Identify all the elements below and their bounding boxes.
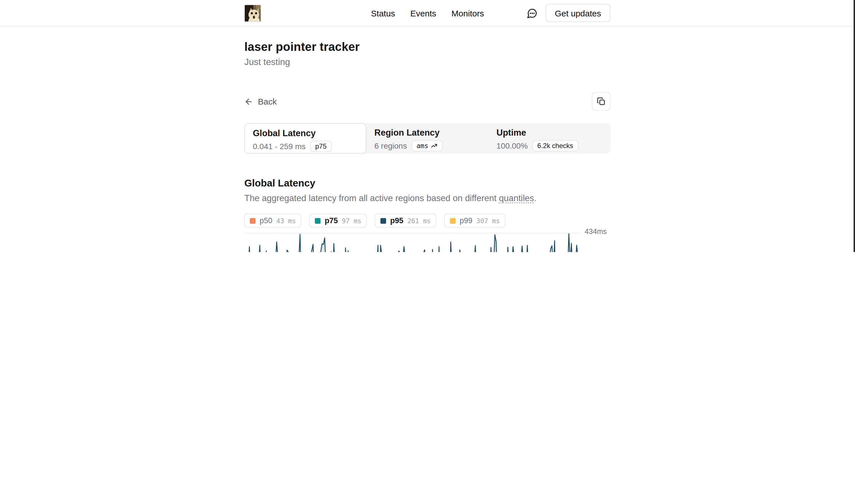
legend-value: 97 ms [342,217,361,224]
arrow-left-icon [245,97,253,106]
chart-legend: p50 43 ms p75 97 ms p95 261 ms p99 307 m… [245,214,611,228]
nav-monitors-link[interactable]: Monitors [451,8,484,18]
back-link[interactable]: Back [245,96,277,106]
section-title: Global Latency [245,177,611,189]
copy-icon [597,97,606,106]
metric-tabs: Global Latency 0.041 - 259 ms p75 Region… [245,123,611,154]
cat-logo-image [245,5,262,22]
legend-chip-p50[interactable]: p50 43 ms [245,214,302,228]
tab-value: 0.041 - 259 ms [253,142,306,151]
p50-swatch [250,218,256,223]
tab-title: Global Latency [253,128,366,139]
trending-up-icon [430,142,437,149]
legend-label: p75 [325,216,338,225]
legend-value: 261 ms [407,217,431,224]
p99-swatch [450,218,456,223]
page-title: laser pointer tracker [245,40,611,54]
feedback-chat-button[interactable] [527,7,537,18]
latency-chart[interactable]: 434ms 150ms 0ms Nov 16 at 2:30 AM GMT+1 … [245,231,611,252]
tab-title: Uptime [497,128,611,138]
tab-global-latency[interactable]: Global Latency 0.041 - 259 ms p75 [245,123,367,154]
nav-status-link[interactable]: Status [371,8,395,18]
description-text: The aggregated latency from all active r… [245,193,499,203]
legend-value: 307 ms [476,217,500,224]
legend-label: p99 [460,216,472,225]
chart-canvas[interactable] [245,231,581,252]
p75-swatch [315,218,321,223]
site-logo[interactable] [245,4,262,22]
tab-title: Region Latency [374,128,489,138]
checks-badge: 6.2k checks [532,140,578,151]
tab-uptime[interactable]: Uptime 100.00% 6.2k checks [489,123,611,154]
window-right-edge [854,0,855,252]
legend-chip-p99[interactable]: p99 307 ms [444,214,505,228]
nav-events-link[interactable]: Events [410,8,437,18]
legend-chip-p75[interactable]: p75 97 ms [309,214,367,228]
copy-link-button[interactable] [592,92,611,111]
page-subtitle: Just testing [245,57,611,67]
back-label: Back [258,96,277,106]
quantile-badge: p75 [310,141,332,152]
legend-label: p50 [260,216,272,225]
main-navigation: Status Events Monitors [371,0,484,26]
description-period: . [534,193,536,203]
top-navigation-bar: Status Events Monitors Get updates [0,0,855,26]
tab-region-latency[interactable]: Region Latency 6 regions ams [367,123,489,154]
p95-swatch [381,218,386,223]
status-page: Status Events Monitors Get updates laser… [0,0,855,252]
tab-value: 100.00% [497,141,528,150]
message-bubble-icon [527,7,537,18]
y-axis-tick-434: 434ms [585,227,607,236]
get-updates-button[interactable]: Get updates [545,4,610,22]
legend-value: 43 ms [277,217,296,224]
legend-label: p95 [390,216,404,225]
region-badge: ams [411,140,443,151]
main-content: laser pointer tracker Just testing Back [0,26,855,252]
section-description: The aggregated latency from all active r… [245,193,611,203]
legend-chip-p95[interactable]: p95 261 ms [375,214,437,228]
tab-value: 6 regions [374,141,407,150]
quantiles-link[interactable]: quantiles [499,193,534,203]
